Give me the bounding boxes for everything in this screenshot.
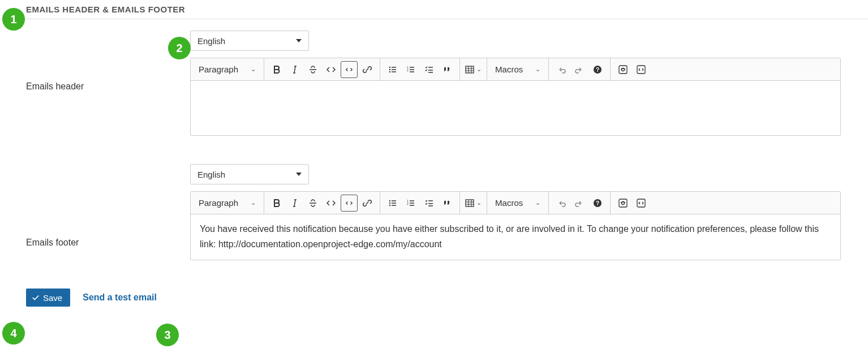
quote-icon[interactable] — [439, 195, 456, 212]
macros-dropdown-label: Macros — [495, 198, 523, 208]
macros-dropdown-label: Macros — [495, 64, 523, 74]
paragraph-dropdown-label: Paragraph — [199, 64, 238, 74]
emails-footer-label: Emails footer — [26, 164, 190, 248]
preview-icon[interactable] — [615, 61, 631, 78]
code-block-icon[interactable] — [341, 195, 358, 212]
footer-editor-content[interactable]: You have received this notification beca… — [191, 214, 840, 260]
bullet-list-icon[interactable] — [384, 195, 401, 212]
page-title: EMAILS HEADER & EMAILS FOOTER — [0, 0, 868, 19]
footer-language-value: English — [197, 170, 225, 179]
table-dropdown[interactable]: ⌄ — [464, 61, 483, 78]
chevron-down-icon — [296, 173, 302, 176]
chevron-down-icon: ⌄ — [251, 199, 256, 206]
emails-header-label: Emails header — [26, 31, 190, 92]
check-icon — [32, 294, 40, 302]
annotation-marker-2: 2 — [168, 37, 191, 59]
chevron-down-icon: ⌄ — [476, 199, 482, 206]
help-icon[interactable]: ? — [589, 195, 606, 212]
macros-dropdown[interactable]: Macros ⌄ — [491, 61, 545, 78]
footer-editor: Paragraph ⌄ 12 — [190, 191, 841, 260]
numbered-list-icon[interactable]: 12 — [402, 61, 419, 78]
bullet-list-icon[interactable] — [384, 61, 401, 78]
svg-point-13 — [389, 204, 390, 205]
svg-point-1 — [389, 68, 390, 70]
source-icon[interactable] — [633, 195, 650, 212]
svg-rect-19 — [619, 199, 627, 207]
header-language-select[interactable]: English — [190, 31, 309, 51]
save-button-label: Save — [43, 293, 62, 303]
italic-icon[interactable] — [286, 195, 303, 212]
footer-editor-toolbar: Paragraph ⌄ 12 — [191, 192, 840, 214]
svg-point-2 — [389, 71, 390, 72]
undo-icon[interactable] — [553, 195, 570, 212]
undo-icon[interactable] — [553, 61, 570, 78]
strikethrough-icon[interactable] — [304, 195, 321, 212]
svg-rect-16 — [466, 200, 474, 206]
svg-point-11 — [389, 200, 390, 201]
task-list-icon[interactable] — [420, 195, 437, 212]
paragraph-dropdown-label: Paragraph — [199, 198, 238, 208]
chevron-down-icon: ⌄ — [476, 66, 482, 73]
chevron-down-icon: ⌄ — [535, 199, 540, 206]
italic-icon[interactable] — [286, 61, 303, 78]
svg-rect-5 — [466, 66, 474, 73]
header-editor-content[interactable] — [191, 81, 840, 135]
preview-icon[interactable] — [615, 195, 631, 212]
source-icon[interactable] — [633, 61, 650, 78]
paragraph-dropdown[interactable]: Paragraph ⌄ — [194, 195, 260, 212]
table-dropdown[interactable]: ⌄ — [464, 195, 483, 212]
svg-text:?: ? — [596, 67, 599, 73]
macros-dropdown[interactable]: Macros ⌄ — [491, 195, 545, 212]
svg-text:2: 2 — [407, 202, 409, 205]
code-icon[interactable] — [323, 195, 340, 212]
strikethrough-icon[interactable] — [304, 61, 321, 78]
redo-icon[interactable] — [571, 195, 588, 212]
redo-icon[interactable] — [571, 61, 588, 78]
help-icon[interactable]: ? — [589, 61, 606, 78]
task-list-icon[interactable] — [420, 61, 437, 78]
footer-language-select[interactable]: English — [190, 164, 309, 184]
link-icon[interactable] — [359, 195, 376, 212]
bold-icon[interactable] — [268, 195, 285, 212]
link-icon[interactable] — [359, 61, 376, 78]
svg-text:?: ? — [596, 200, 599, 206]
bold-icon[interactable] — [268, 61, 285, 78]
code-icon[interactable] — [323, 61, 340, 78]
quote-icon[interactable] — [439, 61, 456, 78]
svg-text:2: 2 — [407, 68, 409, 72]
svg-point-12 — [389, 202, 390, 203]
header-language-value: English — [197, 36, 225, 46]
code-block-icon[interactable] — [341, 61, 358, 78]
chevron-down-icon — [296, 39, 302, 42]
header-editor: Paragraph ⌄ 12 — [190, 58, 841, 136]
annotation-marker-1: 1 — [2, 8, 25, 31]
send-test-email-link[interactable]: Send a test email — [83, 292, 157, 303]
paragraph-dropdown[interactable]: Paragraph ⌄ — [194, 61, 260, 78]
header-editor-toolbar: Paragraph ⌄ 12 — [191, 58, 840, 81]
chevron-down-icon: ⌄ — [535, 66, 540, 73]
svg-rect-8 — [619, 66, 627, 74]
chevron-down-icon: ⌄ — [251, 66, 256, 73]
save-button[interactable]: Save — [26, 289, 70, 307]
numbered-list-icon[interactable]: 12 — [402, 195, 419, 212]
svg-point-0 — [389, 66, 390, 67]
